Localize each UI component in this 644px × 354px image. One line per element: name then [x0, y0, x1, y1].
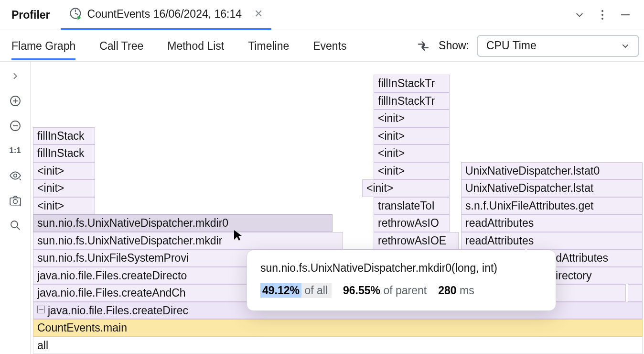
collapse-icon[interactable]: [37, 306, 45, 313]
svg-rect-11: [10, 198, 21, 205]
run-config-icon: [69, 7, 83, 21]
tab-events[interactable]: Events: [313, 31, 346, 60]
eye-icon[interactable]: [9, 169, 22, 182]
chevron-down-icon: [621, 42, 630, 50]
tooltip-of-all: of all: [304, 284, 328, 297]
svg-point-1: [601, 10, 603, 12]
flame-frame-label: <init>: [378, 130, 405, 142]
flame-frame[interactable]: fillInStackTr: [374, 92, 450, 110]
flame-frame-label: fillInStack: [37, 130, 84, 142]
flame-frame-label: java.nio.file.Files.createDirec: [48, 304, 188, 317]
flame-frame-label: readAttributes: [465, 217, 534, 229]
flame-frame-label: UnixNativeDispatcher.lstat0: [465, 165, 600, 177]
tooltip-pct-parent: 96.55%: [343, 284, 380, 297]
titlebar: Profiler CountEvents 16/06/2024, 16:14 ✕: [0, 0, 644, 30]
run-tab-label: CountEvents 16/06/2024, 16:14: [87, 8, 242, 21]
flame-frame-label: <init>: [37, 199, 64, 212]
flame-frame-label: translateToI: [378, 199, 435, 212]
flame-frame[interactable]: rethrowAsIOE: [374, 232, 459, 250]
flame-frame-label: readAttributes: [465, 234, 534, 247]
tooltip-time: 280: [438, 284, 456, 297]
compare-icon[interactable]: [416, 38, 431, 54]
flame-frame[interactable]: UnixNativeDispatcher.lstat: [461, 179, 643, 197]
flame-frame[interactable]: <init>: [362, 179, 450, 197]
flame-frame[interactable]: <init>: [374, 144, 450, 162]
tooltip-pct-all: 49.12%: [260, 283, 301, 298]
flame-frame-label: <init>: [378, 112, 405, 124]
flame-frame-label: fillInStackTr: [378, 95, 435, 107]
flame-frame-label: rethrowAsIO: [378, 217, 439, 229]
flame-frame[interactable]: <init>: [33, 162, 95, 180]
flame-frame[interactable]: rethrowAsIO: [374, 214, 450, 232]
flame-frame-label: <init>: [37, 165, 64, 177]
flame-frame[interactable]: s.n.f.UnixFileAttributes.get: [461, 197, 643, 215]
flame-frame-label: <init>: [378, 165, 405, 177]
left-toolbar: 1:1: [0, 62, 31, 354]
flame-frame[interactable]: readAttributes: [461, 232, 643, 250]
tooltip-time-unit: ms: [460, 284, 474, 297]
flame-frame[interactable]: fillInStackTr: [374, 75, 450, 92]
flame-frame[interactable]: fillInStack: [33, 127, 95, 145]
flame-frame-label: <init>: [37, 182, 64, 194]
flame-frame-label: CountEvents.main: [37, 321, 127, 334]
flame-frame-label: rethrowAsIOE: [378, 234, 446, 247]
tooltip-method: sun.nio.fs.UnixNativeDispatcher.mkdir0(l…: [260, 262, 542, 275]
flame-graph[interactable]: fillInStackTrfillInStackTr<init>fillInSt…: [31, 62, 644, 354]
flame-frame[interactable]: sun.nio.fs.UnixNativeDispatcher.mkdir: [33, 232, 343, 250]
svg-point-13: [11, 221, 18, 228]
flame-frame[interactable]: UnixNativeDispatcher.lstat0: [461, 162, 643, 180]
flame-frame[interactable]: readAttributes: [461, 214, 643, 232]
flame-frame-label: java.nio.file.Files.createDirecto: [37, 269, 187, 282]
tab-call-tree[interactable]: Call Tree: [99, 31, 143, 60]
flame-frame[interactable]: translateToI: [374, 197, 450, 215]
flame-frame-label: sun.nio.fs.UnixNativeDispatcher.mkdir: [37, 234, 222, 247]
tab-flame-graph[interactable]: Flame Graph: [11, 31, 75, 60]
show-dropdown[interactable]: CPU Time: [477, 35, 639, 57]
run-tab[interactable]: CountEvents 16/06/2024, 16:14 ✕: [61, 0, 272, 30]
search-icon[interactable]: [9, 219, 22, 232]
flame-frame[interactable]: <init>: [374, 110, 450, 127]
flame-frame-label: fillInStackTr: [378, 77, 435, 89]
flame-frame-label: java.nio.file.Files.createAndCh: [37, 287, 186, 299]
expand-icon[interactable]: [9, 69, 22, 83]
flame-frame[interactable]: sun.nio.fs.UnixNativeDispatcher.mkdir0: [33, 214, 333, 232]
tooltip-of-parent: of parent: [383, 284, 427, 297]
chevron-down-icon[interactable]: [574, 10, 585, 20]
flame-frame-label: sun.nio.fs.UnixFileSystemProvi: [37, 252, 189, 264]
flame-frame[interactable]: <init>: [33, 197, 95, 215]
flame-frame[interactable]: <init>: [374, 127, 450, 145]
flame-frame[interactable]: <init>: [374, 162, 450, 180]
svg-line-14: [17, 227, 20, 230]
zoom-in-icon[interactable]: [9, 94, 22, 108]
flame-frame-label: all: [37, 339, 48, 352]
svg-point-12: [13, 199, 17, 204]
flame-frame[interactable]: <init>: [33, 179, 95, 197]
tool-title: Profiler: [0, 9, 61, 22]
view-tabs: Flame Graph Call Tree Method List Timeli…: [0, 30, 644, 62]
flame-frame[interactable]: [628, 284, 643, 302]
svg-point-2: [601, 14, 603, 16]
zoom-reset-button[interactable]: 1:1: [9, 144, 22, 157]
close-icon[interactable]: ✕: [254, 8, 263, 20]
flame-frame-label: UnixNativeDispatcher.lstat: [465, 182, 593, 194]
tab-method-list[interactable]: Method List: [167, 31, 224, 60]
flame-frame-label: <init>: [366, 182, 393, 194]
flame-frame[interactable]: fillInStack: [33, 144, 95, 162]
zoom-out-icon[interactable]: [9, 119, 22, 133]
flame-frame-label: <init>: [378, 147, 405, 159]
tab-timeline[interactable]: Timeline: [248, 31, 289, 60]
flame-frame[interactable]: all: [33, 337, 643, 354]
svg-point-3: [601, 18, 603, 20]
flame-frame-label: fillInStack: [37, 147, 84, 159]
flame-frame[interactable]: CountEvents.main: [33, 319, 643, 337]
minimize-icon[interactable]: [620, 10, 631, 20]
show-value: CPU Time: [486, 39, 537, 52]
more-icon[interactable]: [597, 10, 608, 20]
camera-icon[interactable]: [9, 194, 22, 207]
frame-tooltip: sun.nio.fs.UnixNativeDispatcher.mkdir0(l…: [247, 250, 556, 311]
flame-frame-label: sun.nio.fs.UnixNativeDispatcher.mkdir0: [37, 217, 228, 229]
flame-frame-label: s.n.f.UnixFileAttributes.get: [465, 199, 593, 212]
show-label: Show:: [439, 39, 469, 52]
svg-point-10: [13, 174, 17, 177]
